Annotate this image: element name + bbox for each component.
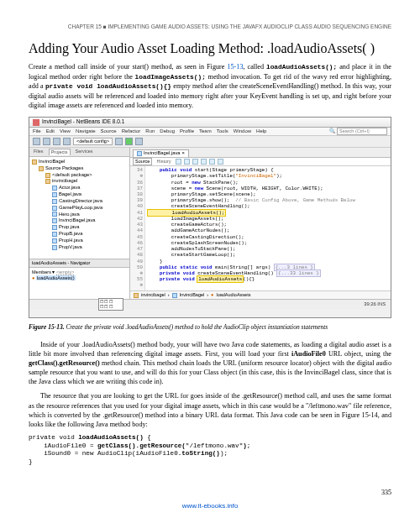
- tree-item[interactable]: PropH.java: [52, 238, 127, 244]
- status-bar: 39:26 INS: [29, 299, 391, 309]
- left-panel-tabs[interactable]: Files Projects Services: [29, 148, 129, 157]
- navigator-header: loadAudioAssets - Navigator: [29, 259, 129, 268]
- java-file-icon: [52, 218, 57, 223]
- filter-popup[interactable]: ☐ ☐ ☐☐ ☐ ☐: [98, 298, 123, 311]
- package-icon: [39, 166, 44, 171]
- tab-services[interactable]: Services: [74, 149, 95, 154]
- search-box[interactable]: 🔍 Search (Ctrl+I): [329, 128, 387, 135]
- open-icon[interactable]: [43, 138, 50, 145]
- code-editor[interactable]: 34⊕363738394041424344454647484950⊕55⊕ pu…: [130, 166, 391, 290]
- tree-item[interactable]: invincibagel: [45, 178, 127, 185]
- new-file-icon[interactable]: [33, 138, 40, 145]
- tree-item[interactable]: Bagel.java: [52, 191, 127, 198]
- pkg-icon: [134, 293, 139, 298]
- tree-item[interactable]: Source Packages: [39, 165, 127, 172]
- editor-toolstrip[interactable]: Source History: [130, 158, 391, 166]
- java-file-icon: [52, 245, 57, 250]
- undo-icon[interactable]: [63, 138, 71, 145]
- navigator-panel: loadAudioAssets - Navigator Members ▾ <e…: [29, 259, 129, 299]
- intro-paragraph: Create a method call inside of your star…: [29, 62, 391, 110]
- tree-item[interactable]: Hero.java: [52, 212, 127, 218]
- editor-icon[interactable]: [218, 159, 223, 165]
- java-file-icon: [52, 199, 57, 204]
- cursor-position: 39:26 INS: [364, 301, 386, 308]
- search-input[interactable]: Search (Ctrl+I): [337, 128, 387, 135]
- java-file-icon: [52, 232, 57, 237]
- build-icon[interactable]: [115, 138, 123, 145]
- tab-files[interactable]: Files: [32, 149, 45, 154]
- method-icon: ●: [211, 292, 213, 298]
- debug-icon[interactable]: [135, 138, 143, 145]
- class-icon: [172, 293, 177, 298]
- save-icon[interactable]: [53, 138, 60, 145]
- body-paragraph-1: Inside of your .loadAudioAssets() method…: [29, 340, 391, 386]
- tree-item[interactable]: PropB.java: [52, 231, 127, 238]
- tree-item[interactable]: GamePlayLoop.java: [52, 205, 127, 212]
- tree-item[interactable]: <default package>: [45, 172, 127, 179]
- window-title: InvinciBagel - NetBeans IDE 8.0.1: [42, 118, 124, 126]
- java-file-icon: [52, 212, 57, 217]
- window-titlebar: InvinciBagel - NetBeans IDE 8.0.1: [29, 118, 391, 128]
- editor-icon[interactable]: [184, 159, 190, 165]
- editor-icon[interactable]: [192, 159, 198, 165]
- editor-panel: InvinciBagel.java× Source History 34⊕363…: [130, 148, 391, 299]
- navigator-item[interactable]: loadAudioAssets(): [36, 275, 76, 280]
- tree-item[interactable]: Prop.java: [52, 224, 127, 231]
- package-icon: [45, 173, 50, 178]
- java-file-icon: [52, 238, 57, 243]
- tree-item[interactable]: PropV.java: [52, 244, 127, 251]
- section-heading: Adding Your Audio Asset Loading Method: …: [29, 39, 391, 58]
- editor-icon[interactable]: [176, 159, 181, 165]
- code-listing: private void loadAudioAssets() { iAudioF…: [29, 434, 391, 467]
- editor-tabs[interactable]: InvinciBagel.java×: [130, 148, 391, 158]
- history-tab[interactable]: History: [155, 159, 172, 165]
- left-panel: Files Projects Services InvinciBagelSour…: [29, 148, 130, 299]
- java-file-icon: [52, 186, 57, 191]
- java-file-icon: [137, 151, 142, 156]
- editor-icon[interactable]: [201, 159, 207, 165]
- figure-ref: 15-13: [227, 63, 243, 71]
- close-icon[interactable]: ×: [182, 150, 185, 157]
- app-icon: [33, 119, 39, 126]
- toolbar[interactable]: <default config>: [29, 136, 391, 148]
- page-number: 335: [381, 489, 391, 498]
- line-gutter: 34⊕363738394041424344454647484950⊕55⊕: [130, 166, 145, 290]
- search-icon: 🔍: [329, 128, 335, 134]
- figure-caption: Figure 15-13. Create the private void .l…: [29, 323, 391, 332]
- run-icon[interactable]: [125, 138, 133, 145]
- project-tree[interactable]: InvinciBagelSource Packages<default pack…: [29, 157, 129, 259]
- java-file-icon: [52, 206, 57, 211]
- ide-screenshot: InvinciBagel - NetBeans IDE 8.0.1 FileEd…: [29, 117, 391, 318]
- source-tab[interactable]: Source: [133, 158, 152, 165]
- config-dropdown[interactable]: <default config>: [73, 138, 113, 145]
- java-file-icon: [52, 192, 57, 197]
- menu-bar[interactable]: FileEditViewNavigateSourceRefactorRunDeb…: [29, 128, 391, 136]
- tab-projects[interactable]: Projects: [49, 149, 71, 155]
- editor-icon[interactable]: [209, 159, 215, 165]
- tree-item[interactable]: CastingDirector.java: [52, 198, 127, 205]
- java-file-icon: [52, 225, 57, 230]
- chapter-header: CHAPTER 15 ■ IMPLEMENTING GAME AUDIO ASS…: [29, 24, 391, 31]
- tree-item[interactable]: Actor.java: [52, 185, 127, 191]
- package-icon: [32, 160, 37, 165]
- footer-link[interactable]: www.it-ebooks.info: [0, 502, 420, 511]
- code-content[interactable]: public void start(Stage primaryStage) { …: [145, 166, 391, 290]
- package-icon: [45, 179, 50, 184]
- tree-item[interactable]: InvinciBagel: [32, 159, 127, 165]
- editor-tab[interactable]: InvinciBagel.java×: [133, 149, 189, 157]
- tree-item[interactable]: InvinciBagel.java: [52, 217, 127, 224]
- body-paragraph-2: The resource that you are looking to get…: [29, 391, 391, 428]
- breadcrumb-bar[interactable]: invincibagel › InvinciBagel › ●loadAudio…: [130, 290, 391, 299]
